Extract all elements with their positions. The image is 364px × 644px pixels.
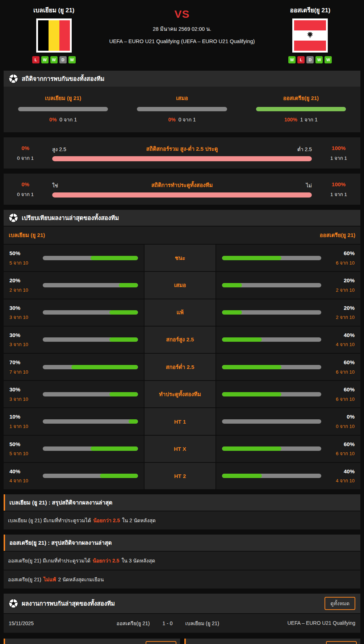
comparison-left-stat: 50% 5 จาก 10 <box>9 248 38 267</box>
under-label: ต่ำ 2.5 <box>218 145 312 153</box>
away-recent-table: ออสเตรีย(ยู 21) ผลงาน 10 นัดล่าสุด ดูทั้… <box>184 639 361 644</box>
h2h-results-title: ผลงานการพบกันล่าสุดของทั้งสองทีม <box>22 599 115 608</box>
over-under-bar-area: สูง 2.5 สถิติสกอร์รวม สูง-ต่ำ 2.5 ประตู … <box>47 145 317 161</box>
h2h-home-label: เบลเยียม (ยู 21) <box>45 94 81 103</box>
home-recent-view-all-button[interactable]: ดูทั้งหมด <box>146 641 176 644</box>
comparison-left-cell: 40% 4 จาก 10 <box>4 463 144 489</box>
away-recent-view-all-button[interactable]: ดูทั้งหมด <box>326 641 357 644</box>
comparison-row: 50% 5 จาก 10 ชนะ 60% 6 จาก 10 <box>4 245 360 271</box>
comparison-left-bar <box>43 283 138 287</box>
form-result-badge: L <box>32 56 39 63</box>
soccer-ball-icon <box>9 213 18 223</box>
match-info: VS 28 มีนาคม 2569 02:00 น. UEFA – EURO U… <box>104 5 260 63</box>
match-competition: UEFA – EURO U21 Qualifying (UEFA – EURO … <box>109 37 255 46</box>
h2h-stats-body: เบลเยียม (ยู 21) 0%0 จาก 1 เสมอ 0%0 จาก … <box>4 87 360 132</box>
comparison-row: 10% 1 จาก 10 HT 1 0% 0 จาก 10 <box>4 408 360 435</box>
recent-form-tables: เบลเยียม (ยู 21) ผลงาน 10 นัดล่าสุด ดูทั… <box>4 639 360 644</box>
comparison-metric-label: แพ้ <box>145 299 216 326</box>
comparison-right-cell: 60% 6 จาก 10 <box>216 245 360 271</box>
summary-row: ออสเตรีย(ยู 21) มีเกมที่ทำประตูรวมได้น้อ… <box>4 552 360 570</box>
comparison-right-bar <box>222 446 321 451</box>
vs-label: VS <box>174 8 189 20</box>
comparison-row: 50% 5 จาก 10 HT X 60% 6 จาก 10 <box>4 436 360 462</box>
comparison-right-stat: 40% 4 จาก 10 <box>326 466 355 486</box>
comparison-right-bar <box>222 337 321 342</box>
over-under-left-stat: 0%0 จาก 1 <box>4 143 47 163</box>
over-under-title: สถิติสกอร์รวม สูง-ต่ำ 2.5 ประตู <box>146 145 218 153</box>
comparison-metric-label: ทำประตูทั้งสองทีม <box>145 381 216 407</box>
comparison-away-name: ออสเตรีย(ยู 21) <box>319 231 355 240</box>
h2h-draw-bar <box>137 107 227 111</box>
summary-row: ออสเตรีย(ยู 21)ไม่แพ้2 นัดหลังสุดเกมเยือ… <box>4 570 360 589</box>
comparison-metric-label: HT 2 <box>145 463 216 489</box>
home-form-row: LWWDW <box>32 56 76 63</box>
comparison-left-stat: 20% 2 จาก 10 <box>9 275 38 295</box>
h2h-match-row[interactable]: 15/11/2025 ออสเตรีย(ยู 21) 1 - 0 เบลเยีย… <box>4 614 360 633</box>
h2h-draw-column: เสมอ 0%0 จาก 1 <box>122 94 241 124</box>
form-result-badge: W <box>288 56 296 63</box>
comparison-left-cell: 30% 3 จาก 10 <box>4 381 144 407</box>
comparison-left-cell: 70% 7 จาก 10 <box>4 354 144 380</box>
h2h-away-label: ออสเตรีย(ยู 21) <box>283 94 319 103</box>
form-result-badge: W <box>41 56 49 63</box>
summary-row: เบลเยียม (ยู 21) มีเกมที่ทำประตูรวมได้น้… <box>4 511 360 529</box>
comparison-metric-label: สกอร์สูง 2.5 <box>145 327 216 353</box>
comparison-left-cell: 10% 1 จาก 10 <box>4 408 144 435</box>
comparison-row: 30% 3 จาก 10 ทำประตูทั้งสองทีม 60% 6 จาก… <box>4 381 360 407</box>
comparison-team-names: เบลเยียม (ยู 21) ออสเตรีย(ยู 21) <box>4 227 360 244</box>
comparison-left-stat: 30% 3 จาก 10 <box>9 330 38 349</box>
btts-title: สถิติการทำประตูทั้งสองทีม <box>151 181 213 190</box>
h2h-away-stat: 100%1 จาก 1 <box>284 116 318 124</box>
comparison-right-cell: 20% 2 จาก 10 <box>216 299 360 326</box>
comparison-right-stat: 0% 0 จาก 10 <box>326 412 355 431</box>
btts-bar <box>52 192 312 198</box>
btts-left-stat: 0%0 จาก 1 <box>4 179 47 199</box>
comparison-left-bar <box>43 256 138 260</box>
away-recent-header: ออสเตรีย(ยู 21) ผลงาน 10 นัดล่าสุด ดูทั้… <box>184 639 361 644</box>
btts-bar-area: ใช่ สถิติการทำประตูทั้งสองทีม ไม่ <box>47 181 317 198</box>
match-date: 15/11/2025 <box>9 620 63 626</box>
comparison-left-bar <box>43 310 138 315</box>
comparison-home-name: เบลเยียม (ยู 21) <box>9 231 45 240</box>
comparison-right-stat: 40% 4 จาก 10 <box>326 330 355 349</box>
comparison-left-bar <box>43 474 138 478</box>
comparison-metric-label: ชนะ <box>145 245 216 271</box>
comparison-left-bar <box>43 365 138 369</box>
form-result-badge: L <box>297 56 305 63</box>
comparison-right-stat: 20% 2 จาก 10 <box>326 275 355 295</box>
comparison-section: เปรียบเทียบผลงานล่าสุดของทั้งสองทีม เบลเ… <box>4 210 360 489</box>
comparison-left-stat: 40% 4 จาก 10 <box>9 466 38 486</box>
comparison-title: เปรียบเทียบผลงานล่าสุดของทั้งสองทีม <box>22 213 119 223</box>
comparison-left-stat: 30% 3 จาก 10 <box>9 385 38 404</box>
comparison-right-bar <box>222 283 321 287</box>
away-form-row: WLDWW <box>288 56 332 63</box>
comparison-right-bar <box>222 256 321 260</box>
h2h-draw-label: เสมอ <box>176 94 188 103</box>
comparison-metric-label: HT 1 <box>145 408 216 435</box>
over-under-bar <box>52 156 312 161</box>
comparison-left-stat: 70% 7 จาก 10 <box>9 357 38 377</box>
h2h-view-all-button[interactable]: ดูทั้งหมด <box>325 597 355 610</box>
austria-eagle-emblem <box>306 31 314 40</box>
belgium-flag <box>36 18 72 53</box>
h2h-results-header: ผลงานการพบกันล่าสุดของทั้งสองทีม ดูทั้งห… <box>4 594 360 613</box>
austria-flag <box>292 18 328 53</box>
comparison-header: เปรียบเทียบผลงานล่าสุดของทั้งสองทีม <box>4 210 360 226</box>
match-score: 1 - 0 <box>155 620 180 626</box>
comparison-left-bar <box>43 337 138 342</box>
h2h-results-rows: 15/11/2025 ออสเตรีย(ยู 21) 1 - 0 เบลเยีย… <box>4 614 360 633</box>
home-team-name: เบลเยียม (ยู 21) <box>33 5 75 15</box>
away-summary-rows: ออสเตรีย(ยู 21) มีเกมที่ทำประตูรวมได้น้อ… <box>4 552 360 589</box>
comparison-rows: 50% 5 จาก 10 ชนะ 60% 6 จาก 10 <box>4 245 360 489</box>
comparison-right-bar <box>222 310 321 315</box>
h2h-stats-title: สถิติจากการพบกันของทั้งสองทีม <box>22 74 104 83</box>
comparison-right-cell: 0% 0 จาก 10 <box>216 408 360 435</box>
comparison-right-cell: 60% 6 จาก 10 <box>216 381 360 407</box>
comparison-left-bar <box>43 392 138 396</box>
comparison-row: 30% 3 จาก 10 สกอร์สูง 2.5 40% 4 จาก 10 <box>4 327 360 353</box>
h2h-home-bar <box>18 107 108 111</box>
comparison-row: 30% 3 จาก 10 แพ้ 20% 2 จาก 10 <box>4 299 360 326</box>
match-header: เบลเยียม (ยู 21) LWWDW VS 28 มีนาคม 2569… <box>4 0 360 66</box>
match-competition: UEFA – EURO U21 Qualifying <box>272 619 355 628</box>
h2h-home-column: เบลเยียม (ยู 21) 0%0 จาก 1 <box>4 94 122 124</box>
